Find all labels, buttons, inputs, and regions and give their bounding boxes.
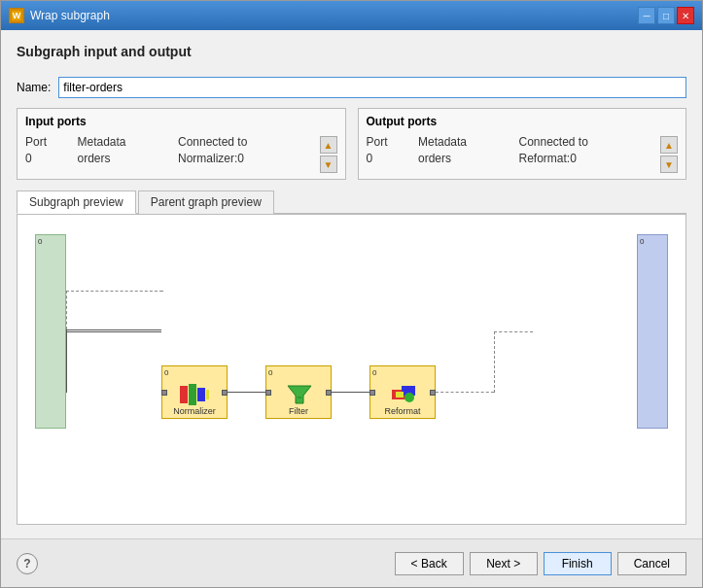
svg-text:W: W <box>13 11 21 20</box>
footer-buttons: < Back Next > Finish Cancel <box>395 552 686 575</box>
normalizer-node: 0 Normalizer <box>161 365 228 419</box>
conn-dashed-end <box>162 291 163 292</box>
conn-reformat-output-h2 <box>494 331 533 332</box>
name-input[interactable] <box>58 77 686 98</box>
input-down-button[interactable]: ▼ <box>320 156 337 173</box>
reformat-port-label: 0 <box>372 368 376 377</box>
svg-rect-2 <box>180 386 188 403</box>
conn-h-to-normalizer <box>66 331 161 332</box>
input-ports-arrows: ▲ ▼ <box>320 136 337 173</box>
input-ports-table: Port Metadata Connected to 0 orders Norm… <box>25 134 316 167</box>
finish-button[interactable]: Finish <box>544 552 612 575</box>
output-col-port: Port <box>367 134 419 150</box>
subgraph-output-node: 0 <box>637 234 668 429</box>
conn-reformat-output-v <box>494 331 495 393</box>
output-ports-title: Output ports <box>367 115 679 128</box>
next-button[interactable]: Next > <box>470 552 538 575</box>
reformat-label: Reformat <box>384 406 420 416</box>
subgraph-input-node: 0 <box>35 234 66 429</box>
normalizer-port-label: 0 <box>164 368 168 377</box>
output-port-0: 0 <box>367 150 419 167</box>
input-ports-wrapper: Port Metadata Connected to 0 orders Norm… <box>25 134 337 173</box>
title-bar: W Wrap subgraph ─ □ ✕ <box>1 1 702 30</box>
name-label: Name: <box>17 81 51 94</box>
input-metadata-0: orders <box>78 150 178 167</box>
footer: ? < Back Next > Finish Cancel <box>1 538 702 587</box>
footer-left: ? <box>17 553 38 574</box>
input-col-metadata: Metadata <box>78 134 178 150</box>
output-up-button[interactable]: ▲ <box>660 136 678 154</box>
filter-icon <box>284 385 313 404</box>
svg-rect-5 <box>206 390 209 399</box>
conn-v-input <box>66 329 67 393</box>
preview-section: Subgraph preview Parent graph preview 0 … <box>17 190 686 525</box>
output-col-connected: Connected to <box>518 134 656 150</box>
reformat-node: 0 Reformat <box>369 365 436 419</box>
input-col-connected: Connected to <box>178 134 316 150</box>
input-col-port: Port <box>25 134 78 150</box>
output-ports-table: Port Metadata Connected to 0 orders Refo… <box>367 134 657 167</box>
tab-subgraph-preview[interactable]: Subgraph preview <box>17 190 136 214</box>
window: W Wrap subgraph ─ □ ✕ Subgraph input and… <box>0 0 703 588</box>
page-title: Subgraph input and output <box>17 44 686 59</box>
reformat-input-port <box>369 390 375 396</box>
name-row: Name: <box>17 77 686 98</box>
output-metadata-0: orders <box>418 150 518 167</box>
svg-point-10 <box>404 393 414 402</box>
tab-parent-graph-preview[interactable]: Parent graph preview <box>138 190 274 214</box>
ports-row: Input ports Port Metadata Connected to <box>17 108 686 180</box>
output-ports-group: Output ports Port Metadata Connected to <box>358 108 687 180</box>
conn-dashed-input-norm <box>66 291 162 292</box>
title-bar-left: W Wrap subgraph <box>9 8 110 23</box>
filter-input-port <box>265 390 271 396</box>
svg-marker-6 <box>288 386 311 403</box>
conn-dashed-input-v <box>66 291 67 329</box>
input-port-row: 0 orders Normalizer:0 <box>25 150 316 167</box>
app-icon: W <box>9 8 24 23</box>
filter-port-label: 0 <box>268 368 272 377</box>
conn-filter-reformat <box>332 392 369 393</box>
tabs-row: Subgraph preview Parent graph preview <box>17 190 686 214</box>
help-button[interactable]: ? <box>17 553 38 574</box>
output-node-port-label: 0 <box>640 237 644 246</box>
output-ports-arrows: ▲ ▼ <box>660 136 678 173</box>
maximize-button[interactable]: □ <box>657 7 675 24</box>
normalizer-icon <box>180 385 209 404</box>
content-area: Subgraph input and output Name: Input po… <box>1 30 702 538</box>
cancel-button[interactable]: Cancel <box>617 552 686 575</box>
close-button[interactable]: ✕ <box>677 7 694 24</box>
title-bar-controls: ─ □ ✕ <box>638 7 694 24</box>
svg-rect-4 <box>197 388 205 401</box>
output-ports-wrapper: Port Metadata Connected to 0 orders Refo… <box>367 134 679 173</box>
output-col-metadata: Metadata <box>418 134 518 150</box>
output-connected-0: Reformat:0 <box>518 150 656 167</box>
input-up-button[interactable]: ▲ <box>320 136 337 154</box>
normalizer-input-port <box>161 390 167 396</box>
input-ports-group: Input ports Port Metadata Connected to <box>17 108 346 180</box>
svg-rect-11 <box>396 392 404 398</box>
svg-rect-3 <box>189 384 196 405</box>
conn-input-normalizer <box>66 329 161 330</box>
input-ports-title: Input ports <box>25 115 337 128</box>
conn-normalizer-filter <box>228 392 265 393</box>
input-connected-0: Normalizer:0 <box>178 150 316 167</box>
window-title: Wrap subgraph <box>30 9 110 22</box>
back-button[interactable]: < Back <box>395 552 464 575</box>
input-port-0: 0 <box>25 150 78 167</box>
normalizer-label: Normalizer <box>173 406 216 416</box>
output-port-row: 0 orders Reformat:0 <box>367 150 657 167</box>
input-node-port-label: 0 <box>38 237 42 246</box>
filter-label: Filter <box>289 406 308 416</box>
minimize-button[interactable]: ─ <box>638 7 655 24</box>
preview-canvas: 0 0 0 <box>17 214 686 525</box>
conn-reformat-output-h1 <box>436 392 494 393</box>
filter-node: 0 Filter <box>265 365 332 419</box>
reformat-icon <box>388 385 417 404</box>
output-down-button[interactable]: ▼ <box>660 156 678 173</box>
